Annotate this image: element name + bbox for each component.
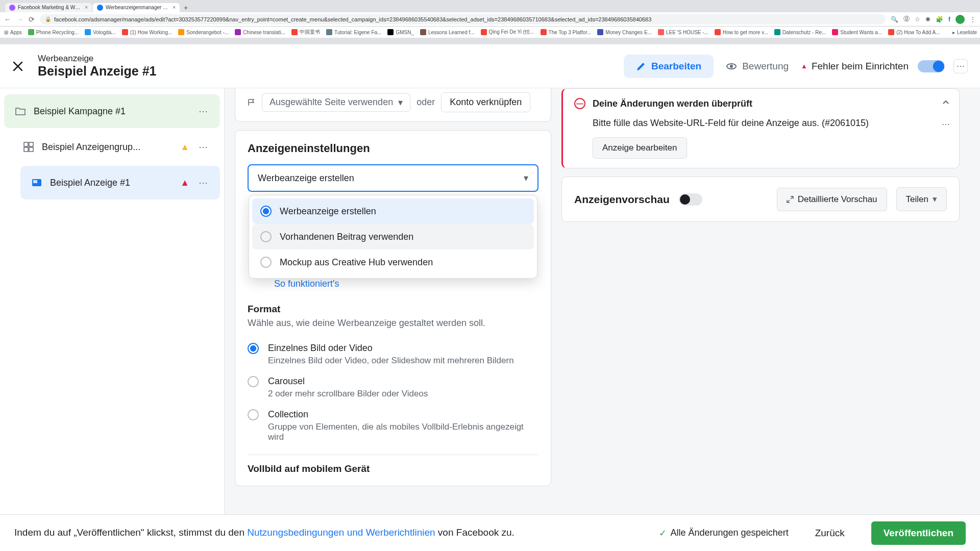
ad-source-dropdown: Werbeanzeige erstellen Vorhandenen Beitr… <box>249 195 537 279</box>
folder-icon <box>14 105 27 117</box>
format-hint: 2 oder mehr scrollbare Bilder oder Video… <box>268 389 538 399</box>
option-label: Vorhandenen Beitrag verwenden <box>280 232 413 242</box>
dd-option-existing[interactable]: Vorhandenen Beitrag verwenden <box>252 224 534 249</box>
sidebar: Beispiel Kampagne #1 ⋯ Beispiel Anzeigen… <box>0 88 225 515</box>
browser-chrome: Facebook Marketing & Werbea... × Werbean… <box>0 0 980 44</box>
edit-ad-button[interactable]: Anzeige bearbeiten <box>593 137 687 159</box>
new-tab-button[interactable]: + <box>181 4 191 12</box>
ad-preview-card: Anzeigenvorschau Detaillierte Vorschau T… <box>561 177 960 222</box>
extension-icon[interactable]: ✱ <box>925 16 930 23</box>
bookmark-item[interactable]: Sonderangebot -... <box>178 29 229 35</box>
chevron-down-icon: ▾ <box>524 172 528 184</box>
settings-title: Anzeigeneinstellungen <box>248 142 538 155</box>
tab-bar: Facebook Marketing & Werbea... × Werbean… <box>0 0 980 12</box>
share-button[interactable]: Teilen ▾ <box>896 187 947 211</box>
bookmark-item[interactable]: Phone Recycling... <box>28 29 79 35</box>
browser-tab-active[interactable]: Werbeanzeigenmanager – We... × <box>93 3 180 12</box>
url-input[interactable]: 🔒 facebook.com/adsmanager/manage/ads/edi… <box>40 14 886 24</box>
apps-button[interactable]: ⊞ Apps <box>4 30 22 35</box>
menu-icon[interactable]: ⋮ <box>970 16 976 23</box>
save-status: ✓ Alle Änderungen gespeichert <box>659 528 789 539</box>
format-option-single[interactable]: Einzelnes Bild oder Video Einzelnes Bild… <box>248 338 538 371</box>
star-icon[interactable]: ☆ <box>915 16 920 23</box>
sidebar-item-adgroup[interactable]: Beispiel Anzeigengrup... ▲ ⋯ <box>12 130 220 164</box>
svg-rect-5 <box>29 147 33 152</box>
more-icon[interactable]: ⋯ <box>197 175 210 190</box>
footer-terms-link[interactable]: Nutzungsbedingungen und Werberichtlinien <box>247 527 435 538</box>
bookmark-item[interactable]: Chinese translati... <box>235 29 285 35</box>
tab-edit[interactable]: Bearbeiten <box>624 55 714 78</box>
bookmark-item[interactable]: Qing Fei De Yi (情... <box>481 29 534 36</box>
bookmark-item[interactable]: Student Wants a... <box>832 29 882 35</box>
publish-button[interactable]: Veröffentlichen <box>871 521 966 545</box>
header-tabs: Bearbeiten Bewertung <box>624 55 801 78</box>
option-label: Mockup aus Creative Hub verwenden <box>280 257 433 268</box>
tab-favicon-icon <box>97 5 103 11</box>
ad-toggle[interactable] <box>918 60 944 72</box>
facebook-icon[interactable]: f <box>948 16 950 23</box>
page-title: Beispiel Anzeige #1 <box>38 64 624 79</box>
sidebar-ad-label: Beispiel Anzeige #1 <box>50 178 173 188</box>
more-icon[interactable]: ⋯ <box>942 119 950 129</box>
format-description: Wähle aus, wie deine Werbeanzeige gestal… <box>248 318 538 329</box>
puzzle-icon[interactable]: 🧩 <box>936 16 943 23</box>
more-menu-button[interactable]: ⋯ <box>953 59 968 73</box>
bookmark-item[interactable]: (1) How Working... <box>122 29 173 35</box>
footer-bar: Indem du auf „Veröffentlichen" klickst, … <box>0 514 980 551</box>
preview-toggle[interactable] <box>679 193 702 206</box>
translate-icon[interactable]: ⓖ <box>903 15 910 23</box>
divider <box>248 455 538 455</box>
adgroup-icon <box>22 141 35 153</box>
sidebar-item-campaign[interactable]: Beispiel Kampagne #1 ⋯ <box>4 94 220 128</box>
profile-icon[interactable] <box>955 15 965 24</box>
forward-icon[interactable]: → <box>16 15 23 23</box>
page-selector[interactable]: Ausgewählte Seite verwenden ▾ <box>262 93 410 112</box>
reading-list[interactable]: ▸ Leseliste <box>952 30 977 35</box>
link-account-button[interactable]: Konto verknüpfen <box>441 92 530 112</box>
right-column: — Deine Änderungen werden überprüft Bitt… <box>561 88 970 515</box>
dd-option-mockup[interactable]: Mockup aus Creative Hub verwenden <box>252 249 534 275</box>
warning-triangle-icon: ▲ <box>801 62 807 70</box>
bookmark-item[interactable]: Tutorial: Eigene Fa... <box>326 29 381 35</box>
more-icon[interactable]: ⋯ <box>197 139 210 155</box>
search-icon[interactable]: 🔍 <box>891 16 898 23</box>
bookmark-item[interactable]: (2) How To Add A... <box>888 29 940 35</box>
ad-source-select[interactable]: Werbeanzeige erstellen ▾ Werbeanzeige er… <box>248 164 538 192</box>
bookmark-item[interactable]: The Top 3 Platfor... <box>541 29 592 35</box>
close-icon[interactable]: × <box>85 5 88 10</box>
expand-icon <box>787 196 794 203</box>
format-hint: Einzelnes Bild oder Video, oder Slidesho… <box>268 356 538 366</box>
check-icon: ✓ <box>659 528 667 539</box>
format-option-carousel[interactable]: Carousel 2 oder mehr scrollbare Bilder o… <box>248 371 538 404</box>
back-icon[interactable]: ← <box>4 15 11 23</box>
ad-icon <box>31 177 43 189</box>
detailed-preview-button[interactable]: Detaillierte Vorschau <box>777 188 887 211</box>
bookmark-item[interactable]: GMSN_ <box>387 29 414 35</box>
close-icon[interactable] <box>12 61 23 72</box>
bookmark-item[interactable]: Vologda... <box>85 29 115 35</box>
close-icon[interactable]: × <box>173 5 176 10</box>
bookmark-item[interactable]: Datenschutz - Re... <box>774 29 826 35</box>
reload-icon[interactable]: ⟳ <box>29 15 35 23</box>
browser-tab[interactable]: Facebook Marketing & Werbea... × <box>5 3 92 12</box>
bookmark-item[interactable]: How to get more v... <box>715 29 768 35</box>
footer-consent-text: Indem du auf „Veröffentlichen" klickst, … <box>14 526 514 540</box>
more-icon[interactable]: ⋯ <box>197 104 210 119</box>
format-option-collection[interactable]: Collection Gruppe von Elementen, die als… <box>248 404 538 447</box>
how-it-works-link[interactable]: So funktioniert's <box>274 279 538 289</box>
sidebar-item-ad[interactable]: Beispiel Anzeige #1 ▲ ⋯ <box>20 166 220 199</box>
bookmark-item[interactable]: Money Changes E... <box>597 29 652 35</box>
bookmark-item[interactable]: 中国童书 <box>291 29 320 36</box>
radio-icon <box>260 257 272 268</box>
back-button[interactable]: Zurück <box>803 521 857 545</box>
bookmark-item[interactable]: LEE 'S HOUSE -... <box>658 29 708 35</box>
warning-icon: ▲ <box>180 142 189 153</box>
format-label: Collection <box>268 409 538 420</box>
addr-icons: 🔍 ⓖ ☆ ✱ 🧩 f ⋮ <box>891 15 976 24</box>
dd-option-create[interactable]: Werbeanzeige erstellen <box>252 198 534 224</box>
sidebar-adgroup-label: Beispiel Anzeigengrup... <box>42 142 173 153</box>
flag-icon <box>248 98 256 107</box>
tab-review[interactable]: Bewertung <box>714 55 801 78</box>
chevron-up-icon[interactable] <box>942 98 950 106</box>
bookmark-item[interactable]: Lessons Learned f... <box>420 29 475 35</box>
